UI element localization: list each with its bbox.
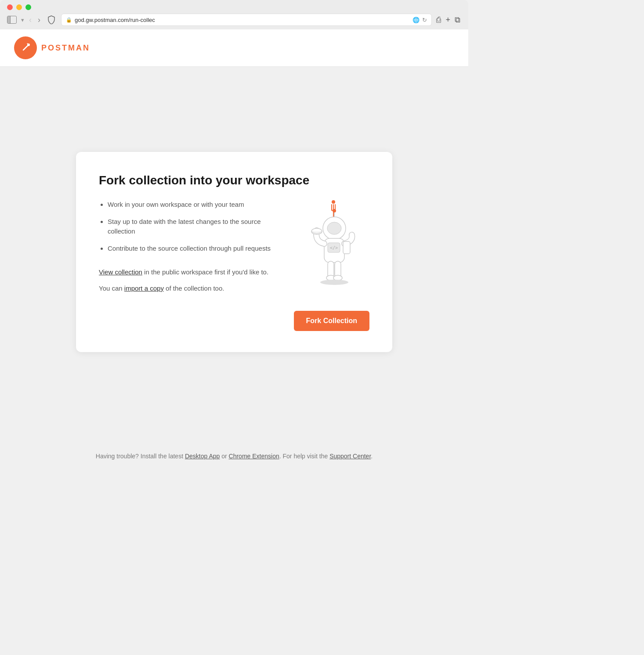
postman-logo-icon — [14, 36, 37, 59]
address-text: god.gw.postman.com/run-collec — [75, 17, 410, 23]
svg-text:</>: </> — [330, 245, 338, 250]
footer-trouble-suffix: . For help visit the — [279, 453, 329, 460]
import-prefix: You can — [99, 284, 124, 292]
support-center-link[interactable]: Support Center — [329, 453, 371, 460]
close-button[interactable] — [7, 4, 13, 10]
svg-rect-5 — [331, 204, 332, 211]
fork-collection-button[interactable]: Fork Collection — [294, 311, 369, 331]
astronaut-illustration: </> — [299, 200, 369, 288]
forward-button[interactable]: › — [36, 15, 42, 25]
fork-card: Fork collection into your workspace Work… — [76, 152, 392, 353]
chevron-down-icon: ▾ — [21, 17, 24, 23]
shield-icon — [45, 14, 58, 26]
sidebar-toggle[interactable] — [7, 16, 17, 24]
refresh-icon[interactable]: ↻ — [422, 17, 427, 23]
logo-text: POSTMAN — [41, 43, 90, 53]
site-header: POSTMAN — [0, 29, 468, 67]
postman-logo[interactable]: POSTMAN — [14, 36, 90, 59]
footer-trouble-prefix: Having trouble? Install the latest — [96, 453, 185, 460]
import-copy-link[interactable]: import a copy — [124, 284, 164, 292]
main-content: Fork collection into your workspace Work… — [0, 67, 468, 437]
maximize-button[interactable] — [25, 4, 31, 10]
desktop-app-link[interactable]: Desktop App — [185, 453, 220, 460]
fork-links: View collection in the public workspace … — [99, 267, 285, 293]
fork-card-title: Fork collection into your workspace — [99, 173, 369, 188]
svg-rect-22 — [343, 241, 350, 254]
import-copy-para: You can import a copy of the collection … — [99, 284, 285, 294]
fork-actions: Fork Collection — [99, 311, 369, 331]
tab-overview-button[interactable]: ⧉ — [454, 14, 461, 25]
benefit-3: Contribute to the source collection thro… — [108, 244, 285, 254]
view-collection-para: View collection in the public workspace … — [99, 267, 285, 277]
svg-point-10 — [327, 222, 341, 234]
footer-period: . — [371, 453, 373, 460]
back-button[interactable]: ‹ — [28, 15, 33, 25]
footer-or: or — [220, 453, 228, 460]
view-collection-suffix: in the public workspace first if you'd l… — [142, 268, 268, 276]
new-tab-button[interactable]: + — [445, 14, 451, 25]
benefit-2: Stay up to date with the latest changes … — [108, 217, 285, 237]
translate-icon: 🌐 — [412, 17, 420, 23]
svg-point-8 — [332, 200, 335, 204]
chrome-extension-link[interactable]: Chrome Extension — [229, 453, 279, 460]
view-collection-link[interactable]: View collection — [99, 268, 142, 276]
svg-point-21 — [333, 209, 336, 212]
fork-benefits-list: Work in your own workspace or with your … — [99, 200, 285, 253]
lock-icon: 🔒 — [66, 17, 72, 23]
address-bar[interactable]: 🔒 god.gw.postman.com/run-collec 🌐 ↻ — [61, 14, 432, 26]
import-suffix: of the collection too. — [164, 284, 224, 292]
share-button[interactable]: ⎙ — [435, 14, 442, 25]
benefit-1: Work in your own workspace or with your … — [108, 200, 285, 210]
minimize-button[interactable] — [16, 4, 22, 10]
svg-point-19 — [320, 280, 348, 285]
footer: Having trouble? Install the latest Deskt… — [87, 437, 381, 479]
